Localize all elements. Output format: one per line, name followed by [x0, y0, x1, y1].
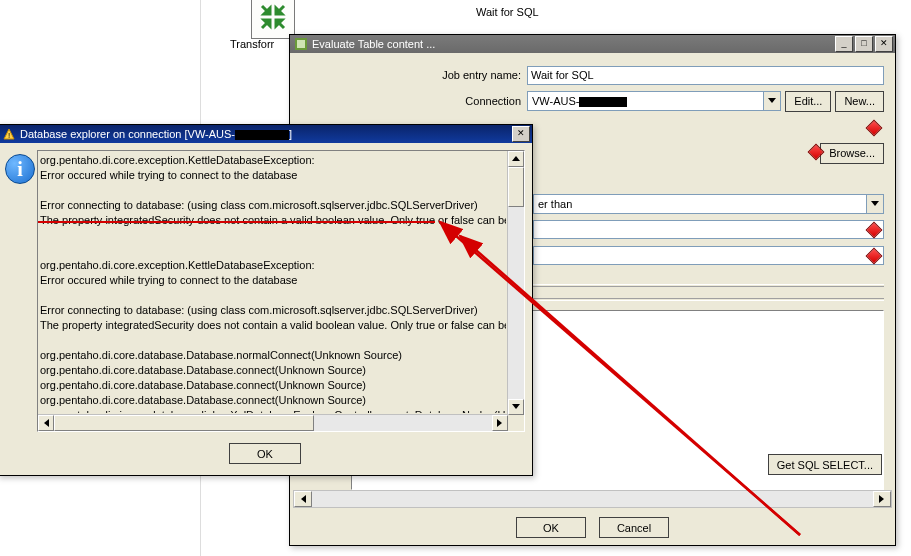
chevron-down-icon[interactable]	[866, 195, 883, 213]
window-icon	[294, 37, 308, 51]
chevron-down-icon[interactable]	[763, 92, 780, 110]
horizontal-scrollbar[interactable]	[38, 414, 508, 431]
success-condition-value: er than	[534, 198, 866, 210]
get-sql-select-button[interactable]: Get SQL SELECT...	[768, 454, 882, 475]
svg-marker-16	[512, 156, 520, 161]
svg-marker-13	[879, 495, 884, 503]
window-title: Database explorer on connection [VW-AUS-…	[20, 128, 510, 140]
scroll-thumb[interactable]	[508, 167, 524, 207]
scroll-left-icon[interactable]	[294, 491, 312, 507]
cancel-button[interactable]: Cancel	[599, 517, 669, 538]
canvas-step-label: Transforr	[230, 38, 274, 50]
browse-button[interactable]: Browse...	[820, 143, 884, 164]
svg-marker-19	[497, 419, 502, 427]
svg-rect-9	[297, 40, 305, 48]
job-entry-name-label: Job entry name:	[291, 69, 527, 81]
text-field-1[interactable]	[533, 220, 884, 239]
scroll-right-icon[interactable]	[492, 415, 508, 431]
vertical-scrollbar[interactable]	[507, 151, 524, 415]
edit-connection-button[interactable]: Edit...	[785, 91, 831, 112]
ok-button[interactable]: OK	[229, 443, 301, 464]
ok-button[interactable]: OK	[516, 517, 586, 538]
redacted-text	[579, 97, 627, 107]
titlebar[interactable]: Evaluate Table content ... _ □ ✕	[290, 35, 895, 53]
warning-icon: !	[2, 127, 16, 141]
window-title: Evaluate Table content ...	[312, 38, 833, 50]
svg-marker-11	[871, 201, 879, 206]
connection-value: VW-AUS-	[528, 95, 763, 107]
svg-marker-12	[301, 495, 306, 503]
connection-combo[interactable]: VW-AUS-	[527, 91, 781, 111]
svg-text:!: !	[8, 131, 10, 140]
job-entry-name-input[interactable]	[527, 66, 884, 85]
new-connection-button[interactable]: New...	[835, 91, 884, 112]
svg-marker-10	[768, 98, 776, 103]
connection-label: Connection	[291, 95, 527, 107]
text-field-2[interactable]	[533, 246, 884, 265]
svg-marker-18	[44, 419, 49, 427]
horizontal-scrollbar[interactable]	[293, 490, 892, 508]
svg-marker-17	[512, 404, 520, 409]
scroll-down-icon[interactable]	[508, 399, 524, 415]
scroll-left-icon[interactable]	[38, 415, 54, 431]
minimize-button[interactable]: _	[835, 36, 853, 52]
arrows-in-icon	[258, 2, 288, 32]
success-condition-combo[interactable]: er than	[533, 194, 884, 214]
scroll-right-icon[interactable]	[873, 491, 891, 507]
scroll-thumb[interactable]	[54, 415, 314, 431]
database-explorer-error-dialog: ! Database explorer on connection [VW-AU…	[0, 124, 533, 476]
canvas-step-label-wait: Wait for SQL	[476, 6, 539, 18]
close-button[interactable]: ✕	[512, 126, 530, 142]
error-text-area[interactable]: org.pentaho.di.core.exception.KettleData…	[37, 150, 525, 432]
error-text: org.pentaho.di.core.exception.KettleData…	[40, 153, 506, 413]
redacted-text	[235, 130, 289, 140]
close-button[interactable]: ✕	[875, 36, 893, 52]
titlebar[interactable]: ! Database explorer on connection [VW-AU…	[0, 125, 532, 143]
scroll-corner	[508, 415, 524, 431]
maximize-button[interactable]: □	[855, 36, 873, 52]
info-icon: i	[5, 154, 35, 184]
scroll-up-icon[interactable]	[508, 151, 524, 167]
